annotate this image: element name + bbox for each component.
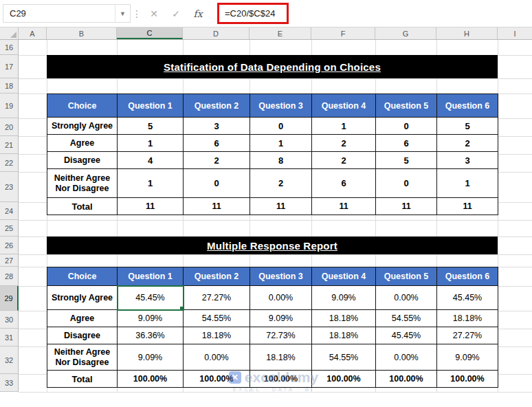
cell-C21[interactable]: 1 <box>118 135 184 152</box>
cell-B33[interactable]: Total <box>47 371 118 388</box>
cell-B32[interactable]: Neither Agree Nor Disagree <box>47 344 118 371</box>
cell-D21[interactable]: 6 <box>184 135 250 152</box>
col-header-D[interactable]: D <box>183 28 250 39</box>
cell-C32[interactable]: 9.09% <box>118 344 184 371</box>
cell-H30[interactable]: 18.18% <box>437 310 498 327</box>
cell-E33[interactable]: 100.00% <box>250 371 312 388</box>
cell-B24[interactable]: Total <box>47 198 118 215</box>
cell-F21[interactable]: 2 <box>312 135 376 152</box>
cell-G23[interactable]: 0 <box>376 169 437 198</box>
cell-C30[interactable]: 9.09% <box>118 310 184 327</box>
col-header-G[interactable]: G <box>375 28 436 39</box>
col-header-A[interactable]: A <box>19 28 47 39</box>
row-header-32[interactable]: 32 <box>0 346 19 374</box>
cell-G24[interactable]: 11 <box>376 198 437 215</box>
cell-B31[interactable]: Disagree <box>47 327 118 344</box>
name-box[interactable]: C29 ▼ <box>3 4 131 23</box>
cell-B19[interactable]: Choice <box>47 94 118 118</box>
cell-F20[interactable]: 1 <box>312 118 376 135</box>
cell-C28[interactable]: Question 1 <box>118 267 184 286</box>
cell-F32[interactable]: 54.55% <box>312 344 376 371</box>
cell-F33[interactable]: 100.00% <box>312 371 376 388</box>
cell-F31[interactable]: 18.18% <box>312 327 376 344</box>
cell-E24[interactable]: 11 <box>250 198 312 215</box>
cell-G33[interactable]: 100.00% <box>376 371 437 388</box>
cell-G21[interactable]: 6 <box>376 135 437 152</box>
cell-C23[interactable]: 1 <box>118 169 184 198</box>
col-header-B[interactable]: B <box>47 28 117 39</box>
row-header-30[interactable]: 30 <box>0 311 19 329</box>
cell-D19[interactable]: Question 2 <box>184 94 250 118</box>
cell-E30[interactable]: 9.09% <box>250 310 312 327</box>
cell-D28[interactable]: Question 2 <box>184 267 250 286</box>
cell-F19[interactable]: Question 4 <box>312 94 376 118</box>
cell-B23[interactable]: Neither Agree Nor Disagree <box>47 169 118 198</box>
cell-E20[interactable]: 0 <box>250 118 312 135</box>
cell-B22[interactable]: Disagree <box>47 152 118 169</box>
cell-D30[interactable]: 54.55% <box>184 310 250 327</box>
col-header-E[interactable]: E <box>250 28 311 39</box>
cell-D22[interactable]: 2 <box>184 152 250 169</box>
cell-D29[interactable]: 27.27% <box>184 286 250 310</box>
row-header-26[interactable]: 26 <box>0 236 19 254</box>
row-header-22[interactable]: 22 <box>0 154 19 172</box>
cell-C33[interactable]: 100.00% <box>118 371 184 388</box>
cell-H20[interactable]: 5 <box>437 118 498 135</box>
cell-E21[interactable]: 1 <box>250 135 312 152</box>
cell-E31[interactable]: 72.73% <box>250 327 312 344</box>
cell-B30[interactable]: Agree <box>47 310 118 327</box>
cell-E22[interactable]: 8 <box>250 152 312 169</box>
cell-F30[interactable]: 18.18% <box>312 310 376 327</box>
cell-F24[interactable]: 11 <box>312 198 376 215</box>
row-header-31[interactable]: 31 <box>0 329 19 346</box>
cell-H33[interactable]: 100.00% <box>437 371 498 388</box>
row-header-27[interactable]: 27 <box>0 254 19 267</box>
cell-D33[interactable]: 100.00% <box>184 371 250 388</box>
row-header-20[interactable]: 20 <box>0 118 19 136</box>
formula-input[interactable]: =C20/$C$24 <box>217 3 289 24</box>
cell-F23[interactable]: 6 <box>312 169 376 198</box>
cell-D24[interactable]: 11 <box>184 198 250 215</box>
cell-F28[interactable]: Question 4 <box>312 267 376 286</box>
cell-B29[interactable]: Strongly Agree <box>47 286 118 310</box>
cell-C22[interactable]: 4 <box>118 152 184 169</box>
name-box-dropdown-icon[interactable]: ▼ <box>115 5 130 22</box>
select-all-corner[interactable] <box>0 28 19 39</box>
cell-H23[interactable]: 1 <box>437 169 498 198</box>
cell-F29[interactable]: 9.09% <box>312 286 376 310</box>
row-header-29[interactable]: 29 <box>0 286 19 311</box>
cell-B20[interactable]: Strongly Agree <box>47 118 118 135</box>
col-header-I[interactable]: I <box>498 28 532 39</box>
table2-title-banner[interactable]: Multiple Response Report <box>47 236 498 254</box>
cell-G22[interactable]: 5 <box>376 152 437 169</box>
row-header-17[interactable]: 17 <box>0 55 19 78</box>
cell-C31[interactable]: 36.36% <box>118 327 184 344</box>
row-header-16[interactable]: 16 <box>0 40 19 55</box>
cell-D23[interactable]: 0 <box>184 169 250 198</box>
cell-H21[interactable]: 2 <box>437 135 498 152</box>
cell-B28[interactable]: Choice <box>47 267 118 286</box>
table1-title-banner[interactable]: Statification of Data Depending on Choic… <box>47 55 498 78</box>
enter-icon[interactable]: ✓ <box>165 4 187 23</box>
cell-G28[interactable]: Question 5 <box>376 267 437 286</box>
row-header-24[interactable]: 24 <box>0 202 19 220</box>
cell-D31[interactable]: 18.18% <box>184 327 250 344</box>
cell-H29[interactable]: 45.45% <box>437 286 498 310</box>
cell-H19[interactable]: Question 6 <box>437 94 498 118</box>
row-header-19[interactable]: 19 <box>0 94 19 118</box>
row-header-18[interactable]: 18 <box>0 78 19 94</box>
row-header-33[interactable]: 33 <box>0 374 19 392</box>
row-header-28[interactable]: 28 <box>0 267 19 286</box>
cell-C24[interactable]: 11 <box>118 198 184 215</box>
cell-C20[interactable]: 5 <box>118 118 184 135</box>
cell-B21[interactable]: Agree <box>47 135 118 152</box>
cell-H32[interactable]: 9.09% <box>437 344 498 371</box>
col-header-C[interactable]: C <box>117 28 183 39</box>
cell-H31[interactable]: 27.27% <box>437 327 498 344</box>
cell-D20[interactable]: 3 <box>184 118 250 135</box>
col-header-F[interactable]: F <box>311 28 375 39</box>
cell-E28[interactable]: Question 3 <box>250 267 312 286</box>
cell-C29-selected[interactable]: 45.45% <box>118 286 184 310</box>
cell-G30[interactable]: 54.55% <box>376 310 437 327</box>
cell-D32[interactable]: 0.00% <box>184 344 250 371</box>
